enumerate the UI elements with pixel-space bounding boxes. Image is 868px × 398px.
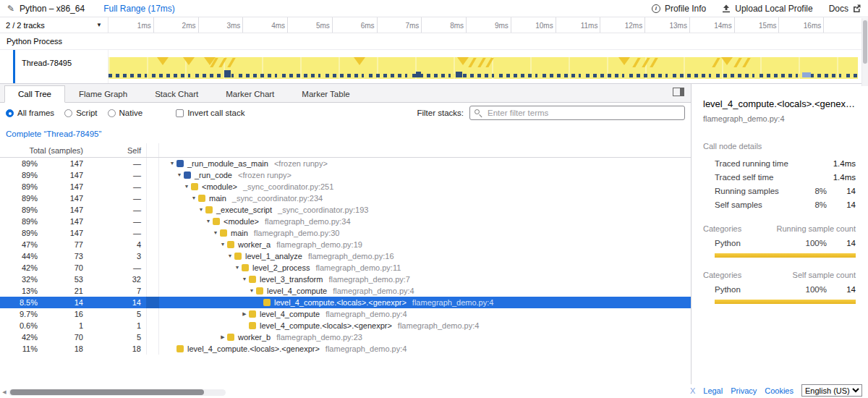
ruler-tick: 4ms bbox=[287, 17, 288, 33]
twisty-icon[interactable]: ▼ bbox=[175, 169, 184, 181]
table-row[interactable]: 8.5%1414level_4_compute.<locals>.<genexp… bbox=[0, 297, 691, 308]
column-header-self[interactable]: Self bbox=[87, 146, 146, 155]
twisty-icon[interactable]: ▼ bbox=[197, 204, 205, 216]
legal-link[interactable]: Legal bbox=[703, 386, 723, 395]
total-percent: 89% bbox=[0, 216, 38, 227]
detail-row: Running samples 8% 14 bbox=[703, 184, 856, 198]
table-row[interactable]: 47%774▼worker_aflamegraph_demo.py:19 bbox=[0, 239, 691, 250]
twisty-icon[interactable]: ▼ bbox=[190, 192, 198, 204]
self-samples: 1 bbox=[87, 320, 146, 331]
tab-flame-graph[interactable]: Flame Graph bbox=[65, 85, 141, 103]
tracks-dropdown[interactable]: 2 / 2 tracks ▼ bbox=[0, 17, 109, 33]
x-link[interactable]: X bbox=[690, 386, 695, 395]
category-square-icon bbox=[213, 218, 220, 225]
sample-block bbox=[416, 72, 421, 77]
table-row[interactable]: 13%217▼level_4_computeflamegraph_demo.py… bbox=[0, 285, 691, 297]
tab-marker-table[interactable]: Marker Table bbox=[288, 85, 363, 103]
column-header-total[interactable]: Total (samples) bbox=[0, 146, 87, 155]
total-samples: 70 bbox=[38, 262, 87, 274]
twisty-icon[interactable]: ▼ bbox=[233, 262, 242, 274]
ruler-tick: 10ms bbox=[556, 17, 556, 33]
self-samples: 7 bbox=[87, 285, 146, 297]
process-track-row[interactable]: Python Process bbox=[0, 33, 868, 50]
detail-percent: 8% bbox=[795, 200, 827, 209]
time-ruler[interactable]: 1ms2ms3ms4ms5ms6ms7ms8ms9ms10ms11ms12ms1… bbox=[109, 17, 868, 33]
radio-script[interactable]: Script bbox=[64, 109, 97, 117]
table-row[interactable]: 89%147—▼main_sync_coordinator.py:234 bbox=[0, 192, 691, 204]
marker-slash-icon bbox=[633, 58, 642, 67]
table-row[interactable]: 42%70—▼level_2_processflamegraph_demo.py… bbox=[0, 262, 691, 274]
twisty-icon[interactable]: ▼ bbox=[182, 181, 191, 192]
twisty-icon[interactable]: ▼ bbox=[168, 158, 176, 169]
table-row[interactable]: 11%1818level_4_compute.<locals>.<genexpr… bbox=[0, 343, 691, 355]
table-row[interactable]: 89%147—▼mainflamegraph_demo.py:30 bbox=[0, 227, 691, 239]
sidebar-toggle-button[interactable] bbox=[673, 88, 684, 96]
total-percent: 89% bbox=[0, 158, 38, 169]
language-select[interactable]: English (US) bbox=[801, 384, 862, 397]
category-square-icon bbox=[176, 345, 184, 352]
twisty-icon[interactable]: ▼ bbox=[226, 250, 234, 262]
twisty-icon[interactable]: ▼ bbox=[247, 285, 256, 297]
marker-slash-icon bbox=[733, 58, 742, 67]
table-row[interactable]: 32%5332▼level_3_transformflamegraph_demo… bbox=[0, 274, 691, 285]
tab-stack-chart[interactable]: Stack Chart bbox=[141, 85, 212, 103]
total-samples: 147 bbox=[38, 216, 87, 227]
self-samples: — bbox=[87, 216, 146, 227]
radio-all-frames[interactable]: All frames bbox=[6, 109, 54, 117]
scrollbar-thumb[interactable] bbox=[10, 389, 204, 395]
scroll-left-arrow-icon[interactable]: ◀ bbox=[0, 389, 9, 395]
twisty-icon[interactable]: ▶ bbox=[240, 308, 249, 320]
ruler-tick: 14ms bbox=[734, 17, 735, 33]
categories-subheading: Self sample count bbox=[793, 271, 856, 279]
category-square-icon bbox=[220, 229, 227, 237]
thread-track-canvas[interactable] bbox=[109, 57, 858, 79]
privacy-link[interactable]: Privacy bbox=[731, 386, 757, 395]
docs-link[interactable]: Docs bbox=[829, 4, 861, 14]
category-percent: 100% bbox=[795, 285, 827, 294]
twisty-icon[interactable]: ▼ bbox=[211, 227, 220, 239]
twisty-icon[interactable]: ▼ bbox=[204, 216, 213, 227]
table-row[interactable]: 9.7%165▶level_4_computeflamegraph_demo.p… bbox=[0, 308, 691, 320]
table-row[interactable]: 0.6%11level_4_compute.<locals>.<genexpr>… bbox=[0, 320, 691, 331]
detail-value: 1.4ms bbox=[827, 173, 856, 182]
filter-input[interactable] bbox=[469, 106, 685, 120]
twisty-icon[interactable]: ▶ bbox=[218, 331, 227, 343]
table-row[interactable]: 89%147—▼_execute_script_sync_coordinator… bbox=[0, 204, 691, 216]
cookies-link[interactable]: Cookies bbox=[765, 386, 793, 395]
function-name: main bbox=[231, 227, 248, 239]
table-row[interactable]: 89%147—▼<module>_sync_coordinator.py:251 bbox=[0, 181, 691, 192]
marker-triangle-icon bbox=[354, 57, 365, 65]
timeline-vertical-scrollbar[interactable] bbox=[861, 18, 868, 86]
category-square-icon bbox=[234, 253, 242, 260]
profile-info-button[interactable]: i Profile Info bbox=[652, 4, 706, 14]
table-row[interactable]: 89%147—▼<module>flamegraph_demo.py:34 bbox=[0, 216, 691, 227]
twisty-icon[interactable]: ▼ bbox=[240, 274, 249, 285]
table-row[interactable]: 42%705▶worker_bflamegraph_demo.py:23 bbox=[0, 331, 691, 343]
horizontal-scrollbar[interactable]: ◀ bbox=[0, 389, 226, 396]
twisty-icon[interactable]: ▼ bbox=[218, 239, 227, 250]
table-row[interactable]: 89%147—▼_run_module_as_main<frozen runpy… bbox=[0, 158, 691, 169]
function-name: level_4_compute.<locals>.<genexpr> bbox=[187, 343, 320, 355]
thread-track-row[interactable]: Thread-78495 bbox=[0, 50, 868, 84]
table-row[interactable]: 89%147—▼_run_code<frozen runpy> bbox=[0, 169, 691, 181]
category-strip bbox=[146, 227, 159, 239]
profile-name-group[interactable]: ✎ Python – x86_64 bbox=[7, 4, 85, 14]
function-name: worker_b bbox=[238, 331, 271, 343]
full-range-link[interactable]: Full Range (17ms) bbox=[103, 4, 175, 14]
table-row[interactable]: 44%733▼level_1_analyzeflamegraph_demo.py… bbox=[0, 250, 691, 262]
scrollbar-track[interactable] bbox=[9, 389, 226, 396]
invert-call-stack-checkbox[interactable]: Invert call stack bbox=[176, 109, 244, 117]
function-name: level_2_process bbox=[252, 262, 310, 274]
category-strip bbox=[146, 297, 159, 308]
category-name: Python bbox=[715, 239, 795, 247]
radio-native[interactable]: Native bbox=[108, 109, 143, 117]
complete-range-link[interactable]: Complete “Thread-78495” bbox=[0, 123, 691, 143]
tab-marker-chart[interactable]: Marker Chart bbox=[212, 85, 288, 103]
upload-profile-button[interactable]: Upload Local Profile bbox=[722, 4, 812, 14]
thread-label[interactable]: Thread-78495 bbox=[0, 50, 109, 83]
scrollbar-thumb[interactable] bbox=[863, 20, 867, 64]
self-samples: 3 bbox=[87, 250, 146, 262]
tab-call-tree[interactable]: Call Tree bbox=[4, 85, 65, 103]
thread-track[interactable] bbox=[109, 50, 859, 83]
category-bar bbox=[715, 300, 856, 304]
